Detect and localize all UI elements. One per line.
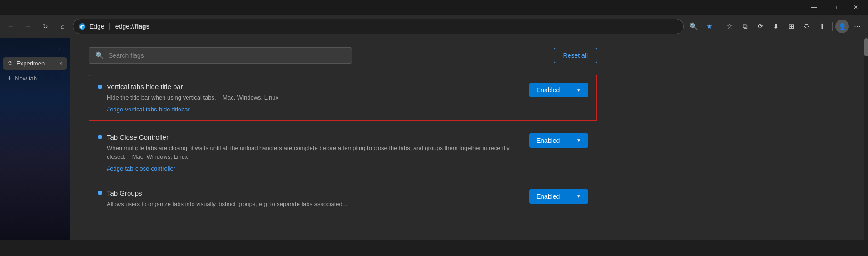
toolbar-separator-1	[719, 22, 719, 31]
maximize-button[interactable]: □	[824, 0, 845, 15]
main-layout: ‹ ⚗ Experimen ✕ + New tab 🔍 Reset all	[0, 38, 868, 240]
flag-title-row-2: Tab Close Controller	[98, 133, 520, 141]
address-bar[interactable]: Edge | edge://flags	[73, 19, 684, 34]
edge-logo-icon	[79, 23, 86, 30]
flag-title-1: Vertical tabs hide title bar	[107, 83, 183, 90]
flag-control-3: Enabled ▼	[529, 189, 588, 204]
flag-title-3: Tab Groups	[107, 189, 142, 197]
content-area[interactable]: 🔍 Reset all Vertical tabs hide title bar…	[70, 38, 868, 240]
reset-all-button[interactable]: Reset all	[554, 48, 597, 63]
flag-enabled-button-1[interactable]: Enabled ▼	[529, 83, 588, 97]
flag-status-3: Enabled	[536, 193, 560, 200]
flag-desc-2: When multiple tabs are closing, it waits…	[107, 144, 520, 161]
flag-desc-3: Allows users to organize tabs into visua…	[107, 200, 520, 209]
flag-desc-1: Hide the title bar when using vertical t…	[107, 93, 520, 102]
sidebar-tab-experiments[interactable]: ⚗ Experimen ✕	[3, 57, 67, 70]
toolbar-icons: 🔍 ★ ☆ ⧉ ⟳ ⬇ ⊞ 🛡 ⬆ 👤 ⋯	[686, 19, 864, 34]
sidebar-collapse-button[interactable]: ‹	[54, 42, 66, 55]
refresh-button[interactable]: ↻	[38, 19, 53, 34]
flag-dot-1	[98, 85, 102, 89]
address-brand: Edge	[89, 23, 104, 30]
search-icon: 🔍	[95, 51, 104, 60]
menu-icon[interactable]: ⋯	[850, 19, 864, 34]
flags-page: 🔍 Reset all Vertical tabs hide title bar…	[70, 38, 615, 222]
security-icon[interactable]: 🛡	[799, 19, 814, 34]
flag-link-1[interactable]: #edge-vertical-tabs-hide-titlebar	[107, 106, 190, 113]
flag-dot-3	[98, 191, 102, 195]
sidebar-top: ‹	[0, 40, 70, 56]
flag-title-row-1: Vertical tabs hide title bar	[98, 83, 520, 90]
sidebar: ‹ ⚗ Experimen ✕ + New tab	[0, 38, 70, 240]
flag-item-tab-close: Tab Close Controller When multiple tabs …	[89, 125, 597, 181]
flag-enabled-button-2[interactable]: Enabled ▼	[529, 133, 588, 148]
scroll-thumb[interactable]	[864, 38, 868, 56]
flag-enabled-button-3[interactable]: Enabled ▼	[529, 189, 588, 204]
profile-avatar[interactable]: 👤	[835, 20, 849, 33]
minimize-button[interactable]: —	[804, 0, 824, 15]
new-tab-label: New tab	[15, 75, 37, 82]
browser-essentials-icon[interactable]: ⊞	[784, 19, 799, 34]
address-separator: |	[109, 22, 111, 30]
zoom-icon[interactable]: 🔍	[686, 19, 701, 34]
dropdown-arrow-1: ▼	[576, 88, 581, 93]
url-prefix: edge://	[115, 23, 135, 30]
address-url: edge://flags	[115, 23, 678, 30]
new-tab-item[interactable]: + New tab	[3, 71, 67, 85]
flag-item-vertical-tabs: Vertical tabs hide title bar Hide the ti…	[89, 75, 597, 121]
dropdown-arrow-2: ▼	[576, 138, 581, 143]
favorites-bar-icon[interactable]: ☆	[722, 19, 737, 34]
flag-left-tab-close: Tab Close Controller When multiple tabs …	[98, 133, 520, 172]
flag-link-2[interactable]: #edge-tab-close-controller	[107, 165, 175, 172]
dropdown-arrow-3: ▼	[576, 194, 581, 199]
new-tab-icon: +	[7, 74, 11, 82]
search-bar-row: 🔍 Reset all	[89, 47, 597, 64]
close-button[interactable]: ✕	[845, 0, 866, 15]
back-button[interactable]: ←	[4, 19, 18, 34]
flag-left-vertical-tabs: Vertical tabs hide title bar Hide the ti…	[98, 83, 520, 113]
search-flags-input[interactable]	[109, 52, 345, 59]
flag-dot-2	[98, 135, 102, 139]
flag-control-2: Enabled ▼	[529, 133, 588, 148]
share-icon[interactable]: ⬆	[815, 19, 829, 34]
forward-button[interactable]: →	[21, 19, 35, 34]
browser-toolbar: ← → ↻ ⌂ Edge | edge://flags 🔍 ★ ☆ ⧉ ⟳ ⬇ …	[0, 15, 868, 38]
downloads-icon[interactable]: ⬇	[769, 19, 783, 34]
favorites-icon[interactable]: ★	[702, 19, 716, 34]
home-button[interactable]: ⌂	[55, 19, 70, 34]
sidebar-tab-label: Experimen	[16, 60, 45, 67]
flag-title-2: Tab Close Controller	[107, 133, 169, 141]
history-icon[interactable]: ⟳	[753, 19, 768, 34]
flag-control-1: Enabled ▼	[529, 83, 588, 97]
experiments-icon: ⚗	[7, 60, 13, 67]
url-path: flags	[135, 23, 150, 30]
close-tab-button[interactable]: ✕	[57, 60, 64, 67]
window-controls: — □ ✕	[804, 0, 866, 15]
scrollbar[interactable]	[864, 38, 868, 240]
flag-title-row-3: Tab Groups	[98, 189, 520, 197]
flag-item-tab-groups: Tab Groups Allows users to organize tabs…	[89, 181, 597, 213]
toolbar-separator-2	[832, 22, 833, 31]
collections-icon[interactable]: ⧉	[738, 19, 752, 34]
flag-left-tab-groups: Tab Groups Allows users to organize tabs…	[98, 189, 520, 211]
flag-status-1: Enabled	[536, 86, 560, 94]
title-bar: — □ ✕	[0, 0, 868, 15]
flag-status-2: Enabled	[536, 137, 560, 144]
search-wrapper[interactable]: 🔍	[89, 47, 352, 64]
